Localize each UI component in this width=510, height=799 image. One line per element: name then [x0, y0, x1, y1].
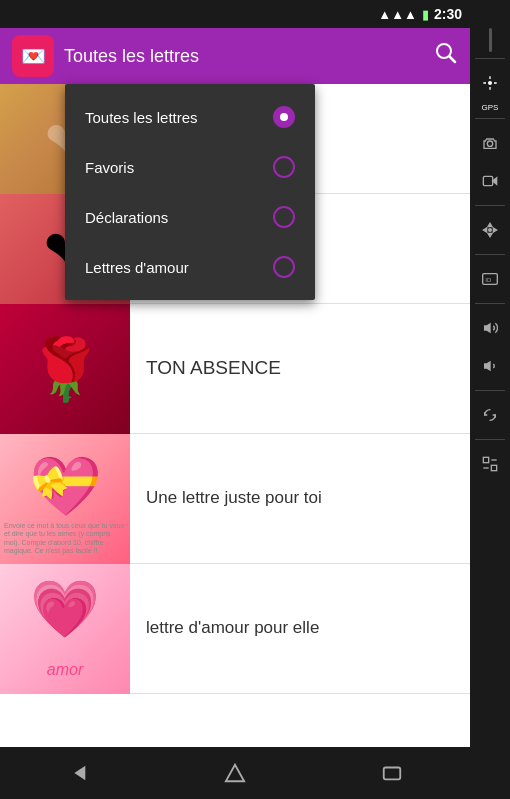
toolbar-title: Toutes les lettres: [64, 46, 424, 67]
svg-marker-2: [75, 766, 86, 781]
dropdown-label: Toutes les lettres: [85, 109, 198, 126]
dropdown-item-declarations[interactable]: Déclarations: [65, 192, 315, 242]
radio-unselected: [273, 206, 295, 228]
svg-rect-4: [383, 768, 400, 780]
app-logo: 💌: [12, 35, 54, 77]
svg-rect-7: [483, 176, 492, 185]
dropdown-label: Favoris: [85, 159, 134, 176]
battery-icon: ▮: [422, 7, 429, 22]
list-item-text: Une lettre juste pour toi: [130, 475, 470, 521]
svg-marker-17: [484, 361, 491, 372]
time-display: 2:30: [434, 6, 462, 22]
dropdown-label: Déclarations: [85, 209, 168, 226]
dropdown-item-favoris[interactable]: Favoris: [65, 142, 315, 192]
radio-unselected: [273, 256, 295, 278]
rotate-icon[interactable]: [472, 397, 508, 433]
dropdown-item-toutes[interactable]: Toutes les lettres: [65, 92, 315, 142]
charging-bar: [489, 28, 492, 52]
sidebar-divider: [475, 303, 505, 304]
scale-icon[interactable]: [472, 446, 508, 482]
svg-marker-11: [483, 228, 486, 232]
list-item[interactable]: TON ABSENCE: [0, 304, 470, 434]
sidebar-divider: [475, 390, 505, 391]
sidebar-divider: [475, 58, 505, 59]
search-button[interactable]: [434, 41, 458, 71]
status-icons: ▲▲▲ ▮ 2:30: [378, 6, 462, 22]
volume-up-icon[interactable]: [472, 310, 508, 346]
list-thumbnail: [0, 564, 130, 694]
sidebar-divider: [475, 439, 505, 440]
svg-line-1: [450, 57, 456, 63]
sidebar-divider: [475, 254, 505, 255]
svg-text:ID: ID: [485, 277, 492, 283]
back-button[interactable]: [48, 753, 108, 793]
recent-apps-button[interactable]: [362, 753, 422, 793]
dropdown-label: Lettres d'amour: [85, 259, 189, 276]
svg-marker-10: [488, 233, 492, 236]
svg-rect-19: [491, 465, 496, 470]
svg-rect-18: [483, 457, 488, 462]
list-thumbnail: Envoie ce mot à tous ceux que tu veux et…: [0, 434, 130, 564]
main-area: ▲▲▲ ▮ 2:30 💌 Toutes les lettres EUR ❤: [0, 0, 470, 799]
logo-icon: 💌: [21, 44, 46, 68]
svg-marker-9: [488, 223, 492, 226]
status-bar: ▲▲▲ ▮ 2:30: [0, 0, 470, 28]
radio-selected: [273, 106, 295, 128]
bottom-nav: [0, 747, 470, 799]
svg-marker-16: [484, 323, 491, 334]
gps-icon[interactable]: [472, 65, 508, 101]
svg-marker-12: [493, 228, 496, 232]
svg-point-5: [488, 81, 492, 85]
dpad-icon[interactable]: [472, 212, 508, 248]
video-icon[interactable]: [472, 163, 508, 199]
svg-point-13: [489, 229, 492, 232]
right-sidebar: GPS ID: [470, 0, 510, 799]
wifi-icon: ▲▲▲: [378, 7, 417, 22]
list-item[interactable]: lettre d'amour pour elle: [0, 564, 470, 694]
svg-marker-3: [226, 765, 244, 782]
svg-point-6: [487, 141, 492, 146]
list-item[interactable]: Envoie ce mot à tous ceux que tu veux et…: [0, 434, 470, 564]
list-item-text: TON ABSENCE: [130, 344, 470, 393]
dropdown-menu: Toutes les lettres Favoris Déclarations …: [65, 84, 315, 300]
volume-down-icon[interactable]: [472, 348, 508, 384]
camera-icon[interactable]: [472, 125, 508, 161]
home-button[interactable]: [205, 753, 265, 793]
gps-label: GPS: [482, 103, 499, 112]
id-icon[interactable]: ID: [472, 261, 508, 297]
list-item-text: lettre d'amour pour elle: [130, 605, 470, 651]
dropdown-item-lettres-amour[interactable]: Lettres d'amour: [65, 242, 315, 292]
thumb-small-text: Envoie ce mot à tous ceux que tu veux et…: [4, 522, 126, 556]
toolbar: 💌 Toutes les lettres: [0, 28, 470, 84]
sidebar-divider: [475, 205, 505, 206]
list-thumbnail: [0, 304, 130, 434]
sidebar-divider: [475, 118, 505, 119]
radio-unselected: [273, 156, 295, 178]
